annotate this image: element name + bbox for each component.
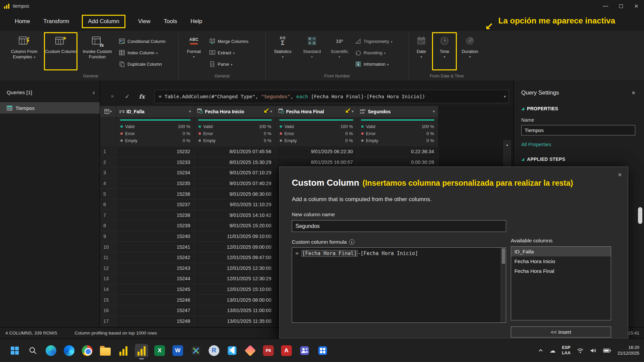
formula-scrollbar[interactable] [501, 248, 506, 322]
scientific-button[interactable]: 10² Scientific [326, 32, 353, 70]
available-column-id-falla[interactable]: ID_Falla [511, 247, 611, 256]
date-button[interactable]: Date [411, 32, 432, 70]
time-button[interactable]: Time [432, 32, 457, 70]
design-app-icon[interactable] [244, 344, 257, 357]
table-cell[interactable]: 15248 [116, 316, 195, 326]
table-cell[interactable]: 13/01/2025 11:00:00 [195, 305, 276, 316]
table-cell[interactable]: 9/01/2025 11:10:29 [195, 199, 276, 210]
table-cell[interactable]: 12/01/2025 15:10:00 [195, 284, 276, 295]
query-name-input[interactable]: Tiempos [521, 125, 635, 135]
table-cell[interactable]: 12/01/2025 12:30:29 [195, 274, 276, 284]
available-column-fecha-hora-final[interactable]: Fecha Hora Final [511, 266, 611, 276]
information-button[interactable]: Information [353, 59, 407, 69]
power-bi-icon[interactable] [117, 344, 130, 357]
insert-button[interactable]: << Insert [511, 326, 611, 338]
table-cell[interactable]: 15232 [116, 146, 195, 157]
close-settings-icon[interactable]: × [632, 89, 635, 97]
office-grid-icon[interactable] [316, 344, 329, 357]
select-all-cell[interactable]: ▾ [100, 106, 116, 117]
collapse-panel-icon[interactable]: ‹ [93, 88, 95, 96]
primavera-p6-icon[interactable]: P6 [262, 344, 275, 357]
table-cell[interactable]: 15237 [116, 199, 195, 210]
settings-scrollbar-thumb[interactable] [638, 207, 642, 224]
column-menu-icon[interactable]: ▾ [189, 109, 192, 114]
edge-icon[interactable] [44, 344, 58, 357]
available-column-fecha-hora-inicio[interactable]: Fecha Hora Inicio [511, 256, 611, 266]
table-row[interactable]: 2152338/01/2025 15:30:298/01/2025 16:00:… [100, 157, 438, 168]
table-cell[interactable]: 15235 [116, 178, 195, 189]
formula-cancel-icon[interactable]: × [107, 90, 117, 103]
column-header-fecha-hora-inicio[interactable]: Fecha Hora Inicio↙▾ [195, 106, 276, 117]
table-cell[interactable]: 15240 [116, 231, 195, 242]
table-cell[interactable]: 9/01/2025 15:20:00 [195, 221, 276, 231]
formula-expand-icon[interactable]: ▾ [501, 94, 506, 99]
clock-datetime[interactable]: 16:2021/12/2025 [618, 345, 639, 356]
table-cell[interactable]: 15245 [116, 284, 195, 295]
table-cell[interactable]: 12/01/2025 12:30:00 [195, 263, 276, 274]
duplicate-column-button[interactable]: Duplicate Column [117, 59, 177, 69]
table-cell[interactable]: 9/01/2025 06:22:30 [276, 146, 357, 157]
volume-icon[interactable] [590, 348, 597, 353]
minimize-button[interactable]: — [598, 0, 613, 12]
rounding-button[interactable]: Rounding [353, 48, 407, 58]
query-list-item-tiempos[interactable]: Tiempos [0, 102, 100, 114]
menu-tab-view[interactable]: View [138, 15, 151, 27]
table-cell[interactable]: 8/01/2025 15:30:29 [195, 157, 276, 168]
scroll-up-icon[interactable]: ▴ [504, 141, 511, 148]
table-cell[interactable]: 13/01/2025 08:00:00 [195, 295, 276, 305]
r-app-icon[interactable]: R [207, 344, 221, 357]
menu-tab-transform[interactable]: Transform [43, 15, 70, 27]
table-row[interactable]: 1152328/01/2025 07:45:569/01/2025 06:22:… [100, 146, 438, 157]
column-menu-icon[interactable]: ▾ [352, 109, 355, 114]
vscode-icon[interactable] [225, 344, 239, 357]
applied-steps-section-header[interactable]: APPLIED STEPS [521, 157, 635, 162]
merge-columns-button[interactable]: Merge Columns [207, 36, 264, 46]
formula-fx-icon[interactable]: fx [137, 90, 147, 103]
table-cell[interactable]: 9/01/2025 07:10:29 [195, 168, 276, 178]
new-column-name-input[interactable]: Segundos [292, 220, 506, 232]
language-indicator[interactable]: ESPLAA [562, 345, 571, 356]
table-cell[interactable]: 0.22:36:34 [357, 146, 438, 157]
table-cell[interactable]: 9/01/2025 08:30:00 [195, 189, 276, 199]
dialog-close-icon[interactable]: × [618, 171, 622, 179]
table-cell[interactable]: 11/01/2025 09:10:00 [195, 231, 276, 242]
battery-icon[interactable] [603, 348, 611, 353]
autocad-icon[interactable]: A [280, 344, 293, 357]
trigonometry-button[interactable]: Trigonometry [353, 36, 407, 46]
conditional-column-button[interactable]: Conditional Column [117, 36, 177, 46]
table-cell[interactable]: 15243 [116, 263, 195, 274]
table-cell[interactable]: 15233 [116, 157, 195, 168]
extract-button[interactable]: Extract [207, 48, 264, 58]
column-header-segundos[interactable]: ABC123Segundos▾ [357, 106, 438, 117]
table-cell[interactable]: 9/01/2025 07:40:29 [195, 178, 276, 189]
invoke-custom-function-button[interactable]: fx Invoke Custom Function [77, 32, 117, 70]
wifi-icon[interactable] [577, 348, 584, 353]
start-button[interactable] [8, 344, 21, 357]
table-cell[interactable]: 15244 [116, 274, 195, 284]
table-cell[interactable]: 15238 [116, 210, 195, 221]
hidden-icons-chevron[interactable] [538, 349, 543, 353]
table-cell[interactable]: 15239 [116, 221, 195, 231]
table-cell[interactable]: 15242 [116, 252, 195, 263]
table-cell[interactable]: 15247 [116, 305, 195, 316]
formula-scrollbar-thumb[interactable] [502, 248, 505, 264]
onedrive-icon[interactable]: ☁ [549, 348, 555, 354]
x-app-icon[interactable] [189, 344, 203, 357]
parse-button[interactable]: Parse [207, 59, 264, 69]
menu-tab-add-column[interactable]: Add Column [82, 15, 125, 28]
excel-icon[interactable]: X [153, 344, 166, 357]
word-icon[interactable]: W [171, 344, 184, 357]
edge-beta-icon[interactable] [62, 344, 76, 357]
close-button[interactable]: × [629, 0, 644, 12]
column-menu-icon[interactable]: ▾ [433, 109, 436, 114]
menu-tab-home[interactable]: Home [14, 15, 31, 27]
chrome-icon[interactable] [80, 344, 94, 357]
file-explorer-icon[interactable] [99, 344, 112, 357]
column-header-id-falla[interactable]: 1²3ID_Falla▾ [116, 106, 195, 117]
table-cell[interactable]: 9/01/2025 14:10:42 [195, 210, 276, 221]
status-profiling[interactable]: Column profiling based on top 1000 rows [75, 330, 157, 336]
teams-icon[interactable] [298, 344, 311, 357]
format-button[interactable]: ABC Format [180, 32, 207, 70]
table-cell[interactable]: 15234 [116, 168, 195, 178]
table-cell[interactable]: 12/01/2025 09:47:00 [195, 252, 276, 263]
